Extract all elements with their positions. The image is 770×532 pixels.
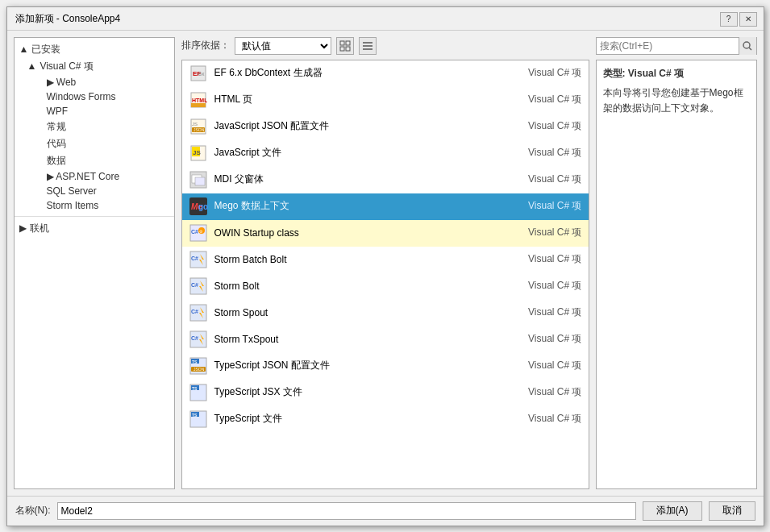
installed-label: 已安装 — [31, 43, 60, 56]
list-item[interactable]: JS JavaScript 文件 Visual C# 项 — [182, 140, 589, 167]
item-type: Visual C# 项 — [528, 93, 581, 106]
item-name: Mego 数据上下文 — [214, 199, 522, 213]
add-button[interactable]: 添加(A) — [643, 501, 702, 521]
tree-item-web[interactable]: ▶ Web — [15, 75, 174, 89]
help-button[interactable]: ? — [720, 12, 738, 27]
tree-item-data[interactable]: 数据 — [15, 152, 174, 169]
items-list[interactable]: EF 6x EF 6.x DbContext 生成器 Visual C# 项 H… — [181, 60, 589, 489]
search-button[interactable] — [739, 37, 756, 55]
list-item[interactable]: C# Storm Bolt Visual C# 项 — [182, 273, 589, 300]
cancel-button[interactable]: 取消 — [709, 501, 755, 521]
svg-text:C#: C# — [191, 229, 198, 235]
svg-rect-0 — [340, 41, 344, 45]
list-item[interactable]: C# Storm Spout Visual C# 项 — [182, 300, 589, 326]
list-item-owin[interactable]: C# ⚙ OWIN Startup class Visual C# 项 — [182, 220, 589, 247]
item-type: Visual C# 项 — [528, 305, 581, 319]
tree-item-storm-items[interactable]: Storm Items — [15, 198, 174, 213]
item-type: Visual C# 项 — [528, 199, 581, 213]
sort-select[interactable]: 默认值 名称 类型 — [235, 37, 331, 55]
tree-item-normal[interactable]: 常规 — [15, 118, 174, 135]
svg-rect-1 — [346, 41, 350, 45]
tree-item-wpf[interactable]: WPF — [15, 104, 174, 118]
item-name: TypeScript 文件 — [214, 412, 522, 426]
item-name: TypeScript JSON 配置文件 — [214, 359, 522, 372]
storm-txspout-icon: C# — [189, 330, 208, 349]
title-bar: 添加新项 - ConsoleApp4 ? ✕ — [7, 7, 764, 31]
list-item[interactable]: JS JSON JavaScript JSON 配置文件 Visual C# 项 — [182, 114, 589, 140]
owin-icon: C# ⚙ — [189, 223, 208, 243]
online-triangle: ▶ — [19, 222, 27, 234]
item-name: TypeScript JSX 文件 — [214, 385, 522, 399]
ts-json-icon: TS JSON — [189, 356, 208, 376]
search-input[interactable] — [597, 40, 739, 52]
svg-text:C#: C# — [191, 309, 198, 314]
list-item[interactable]: MDI 父窗体 Visual C# 项 — [182, 167, 589, 193]
list-item[interactable]: C# Storm TxSpout Visual C# 项 — [182, 326, 589, 353]
sort-label: 排序依据： — [181, 39, 230, 52]
svg-text:C#: C# — [191, 256, 198, 261]
online-label: 联机 — [30, 222, 49, 235]
item-type: Visual C# 项 — [528, 332, 581, 346]
svg-text:6x: 6x — [198, 71, 205, 77]
svg-point-53 — [743, 42, 750, 48]
title-bar-controls: ? ✕ — [720, 12, 757, 27]
middle-panel: 排序依据： 默认值 名称 类型 — [181, 37, 589, 489]
mego-icon: Me go — [189, 197, 208, 216]
description-text: 本向导将引导您创建基于Mego框架的数据访问上下文对象。 — [603, 85, 750, 116]
tree-installed-header[interactable]: ▲ 已安装 — [15, 41, 174, 58]
description-panel: 类型: Visual C# 项 本向导将引导您创建基于Mego框架的数据访问上下… — [596, 60, 757, 489]
ts-file-icon: TS — [189, 409, 208, 429]
search-box — [596, 37, 757, 55]
installed-triangle: ▲ — [19, 44, 29, 55]
svg-line-54 — [749, 48, 751, 50]
ts-jsx-icon: TS — [189, 383, 208, 402]
list-item[interactable]: EF 6x EF 6.x DbContext 生成器 Visual C# 项 — [182, 60, 589, 87]
list-item[interactable]: HTML HTML 页 Visual C# 项 — [182, 87, 589, 114]
item-name: Storm TxSpout — [214, 334, 522, 345]
item-type: Visual C# 项 — [528, 172, 581, 186]
svg-rect-2 — [340, 47, 344, 51]
tree-item-code[interactable]: 代码 — [15, 135, 174, 152]
tree-item-aspnet-core[interactable]: ▶ ASP.NET Core — [15, 169, 174, 184]
item-name: EF 6.x DbContext 生成器 — [214, 66, 522, 80]
tree-online-header[interactable]: ▶ 联机 — [15, 220, 174, 237]
visual-csharp-triangle: ▲ — [27, 60, 37, 72]
item-type: Visual C# 项 — [528, 385, 581, 399]
svg-text:JS: JS — [193, 149, 201, 156]
svg-text:C#: C# — [191, 282, 198, 288]
list-item[interactable]: TS TypeScript JSX 文件 Visual C# 项 — [182, 380, 589, 406]
list-item[interactable]: C# Storm Batch Bolt Visual C# 项 — [182, 247, 589, 273]
dialog-title: 添加新项 - ConsoleApp4 — [15, 12, 121, 26]
item-name: Storm Batch Bolt — [214, 254, 522, 265]
ef-icon: EF 6x — [189, 64, 208, 83]
svg-text:JSON: JSON — [194, 367, 205, 372]
item-name: Storm Bolt — [214, 281, 522, 292]
grid-icon — [339, 40, 351, 52]
list-item[interactable]: TS JSON TypeScript JSON 配置文件 Visual C# 项 — [182, 353, 589, 380]
item-type: Visual C# 项 — [528, 119, 581, 133]
tree-item-windows-forms[interactable]: Windows Forms — [15, 89, 174, 104]
js-file-icon: JS — [189, 143, 208, 163]
item-type: Visual C# 项 — [528, 359, 581, 372]
toolbar-row: 排序依据： 默认值 名称 类型 — [181, 37, 589, 55]
item-type: Visual C# 项 — [528, 252, 581, 266]
item-type: Visual C# 项 — [528, 226, 581, 239]
svg-text:JSON: JSON — [194, 127, 205, 132]
storm-batch-bolt-icon: C# — [189, 250, 208, 269]
list-item-mego[interactable]: Me go Mego 数据上下文 Visual C# 项 — [182, 193, 589, 220]
tree-item-sql-server[interactable]: SQL Server — [15, 184, 174, 198]
svg-text:JS: JS — [192, 122, 198, 127]
item-name: OWIN Startup class — [214, 227, 522, 239]
tree-visual-csharp-header[interactable]: ▲ Visual C# 项 — [15, 58, 174, 75]
list-item[interactable]: TS TypeScript 文件 Visual C# 项 — [182, 406, 589, 433]
list-view-button[interactable] — [359, 37, 377, 55]
bottom-bar: 名称(N): 添加(A) 取消 — [7, 496, 764, 526]
item-name: MDI 父窗体 — [214, 172, 522, 186]
bottom-buttons: 添加(A) 取消 — [643, 501, 755, 521]
add-new-item-dialog: 添加新项 - ConsoleApp4 ? ✕ ▲ 已安装 ▲ Visual C#… — [6, 6, 764, 526]
grid-view-button[interactable] — [336, 37, 354, 55]
svg-text:go: go — [198, 202, 208, 211]
mdi-icon — [189, 170, 208, 189]
name-input[interactable] — [57, 502, 636, 520]
close-button[interactable]: ✕ — [739, 12, 757, 27]
